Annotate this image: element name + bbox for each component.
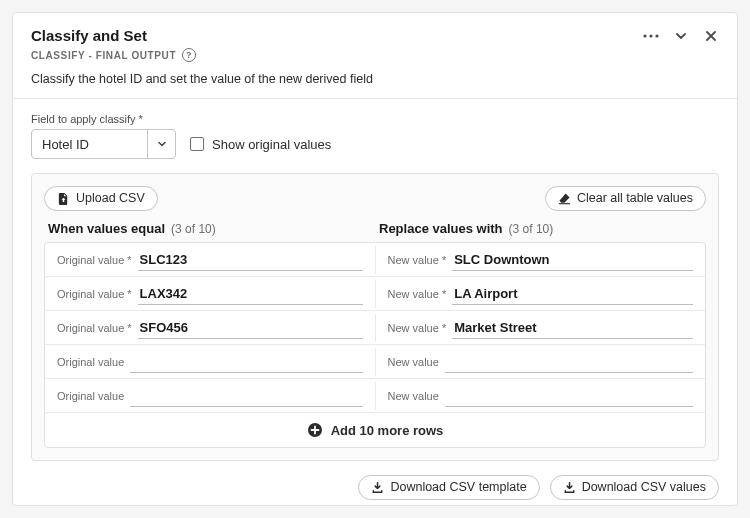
- panel-description: Classify the hotel ID and set the value …: [31, 72, 719, 86]
- table-row: Original valueNew value: [45, 379, 705, 413]
- panel-header: Classify and Set CLASSIFY - FINAL OUTPUT…: [13, 13, 737, 99]
- original-value-input[interactable]: [138, 283, 363, 305]
- cell-label-new: New value *: [388, 288, 447, 300]
- original-value-input[interactable]: [138, 317, 363, 339]
- table-panel: Upload CSV Clear all table values When v…: [31, 173, 719, 461]
- field-select[interactable]: Hotel ID: [31, 129, 176, 159]
- values-grid: Original value *New value *Original valu…: [44, 242, 706, 448]
- field-select-value: Hotel ID: [32, 130, 147, 158]
- cell-label-new: New value: [388, 356, 439, 368]
- download-icon: [371, 481, 384, 494]
- original-value-input[interactable]: [130, 351, 362, 373]
- help-icon[interactable]: ?: [182, 48, 196, 62]
- chevron-down-icon: [147, 130, 175, 158]
- classify-panel: Classify and Set CLASSIFY - FINAL OUTPUT…: [12, 12, 738, 506]
- left-column-header: When values equal (3 of 10): [44, 221, 375, 236]
- chevron-down-icon[interactable]: [673, 28, 689, 44]
- new-value-input[interactable]: [445, 351, 693, 373]
- svg-point-1: [649, 34, 652, 37]
- close-icon[interactable]: [703, 28, 719, 44]
- panel-title: Classify and Set: [31, 27, 147, 44]
- download-template-button[interactable]: Download CSV template: [358, 475, 539, 500]
- cell-label-new: New value *: [388, 322, 447, 334]
- right-column-header: Replace values with (3 of 10): [375, 221, 706, 236]
- cell-label-original: Original value *: [57, 322, 132, 334]
- svg-point-2: [655, 34, 658, 37]
- table-row: Original value *New value *: [45, 311, 705, 345]
- cell-label-new: New value *: [388, 254, 447, 266]
- cell-label-original: Original value: [57, 356, 124, 368]
- clear-all-button[interactable]: Clear all table values: [545, 186, 706, 211]
- show-original-label: Show original values: [212, 137, 331, 152]
- table-row: Original valueNew value: [45, 345, 705, 379]
- upload-csv-button[interactable]: Upload CSV: [44, 186, 158, 211]
- original-value-input[interactable]: [138, 249, 363, 271]
- download-values-button[interactable]: Download CSV values: [550, 475, 719, 500]
- panel-subtitle: CLASSIFY - FINAL OUTPUT: [31, 50, 176, 61]
- field-apply-label: Field to apply classify *: [31, 113, 719, 125]
- eraser-icon: [558, 192, 571, 205]
- more-icon[interactable]: [643, 28, 659, 44]
- panel-header-actions: [643, 28, 719, 44]
- checkbox-icon: [190, 137, 204, 151]
- add-more-rows-button[interactable]: Add 10 more rows: [45, 413, 705, 447]
- new-value-input[interactable]: [452, 317, 693, 339]
- download-icon: [563, 481, 576, 494]
- new-value-input[interactable]: [452, 249, 693, 271]
- cell-label-original: Original value: [57, 390, 124, 402]
- table-row: Original value *New value *: [45, 243, 705, 277]
- original-value-input[interactable]: [130, 385, 362, 407]
- cell-label-new: New value: [388, 390, 439, 402]
- cell-label-original: Original value *: [57, 254, 132, 266]
- svg-rect-3: [559, 203, 570, 204]
- new-value-input[interactable]: [445, 385, 693, 407]
- new-value-input[interactable]: [452, 283, 693, 305]
- cell-label-original: Original value *: [57, 288, 132, 300]
- table-row: Original value *New value *: [45, 277, 705, 311]
- panel-body: Field to apply classify * Hotel ID Show …: [13, 99, 737, 514]
- show-original-checkbox[interactable]: Show original values: [190, 137, 331, 152]
- svg-point-0: [643, 34, 646, 37]
- file-upload-icon: [57, 192, 70, 205]
- plus-circle-icon: [307, 422, 323, 438]
